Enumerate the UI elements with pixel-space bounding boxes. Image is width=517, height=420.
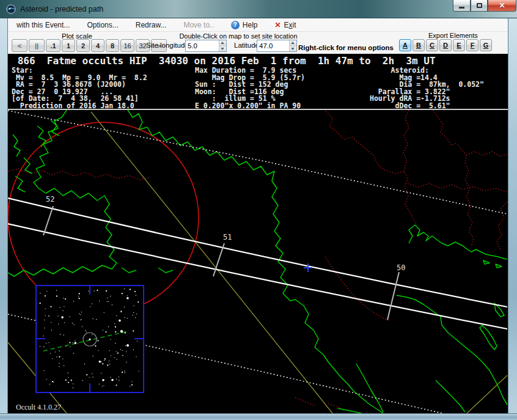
latitude-field — [257, 40, 297, 52]
spinner-down-icon — [291, 48, 295, 50]
star-info: Star: Mv = 8.5 Mp = 9.0 Mr = 8.2 RA = 7 … — [12, 67, 147, 109]
export-a-button[interactable]: A — [399, 39, 411, 51]
bright-star — [120, 330, 123, 333]
map-canvas: 52 51 50 — [8, 110, 508, 413]
target-star — [89, 338, 90, 340]
export-c-button[interactable]: C — [426, 39, 438, 51]
help-icon: ? — [231, 21, 240, 29]
maximize-button[interactable] — [471, 0, 488, 12]
plot-scale-prev-button[interactable]: < — [12, 39, 28, 52]
event-circumstances: Max Duration = 7.9 secs Mag Drop = 5.9 (… — [195, 67, 305, 109]
window-border-right — [508, 18, 517, 413]
maximize-icon — [477, 3, 482, 8]
minimize-icon — [459, 7, 464, 9]
site-longitude-spinner[interactable] — [219, 40, 226, 51]
plot-scale-2-button[interactable]: 2 — [76, 39, 90, 52]
latitude-input[interactable] — [257, 40, 289, 51]
export-f-button[interactable]: F — [466, 39, 479, 51]
plot-scale-pause-button[interactable]: || — [29, 39, 45, 52]
plot-scale-1-button[interactable]: 1 — [62, 39, 75, 52]
window-border-left — [0, 18, 8, 413]
export-buttons: A B C D E F G — [399, 39, 492, 51]
tick-label-52: 52 — [46, 195, 54, 204]
menu-bar: with this Event... Options... Redraw... … — [8, 18, 508, 32]
site-longitude-field — [185, 40, 227, 52]
spinner-up-icon — [221, 42, 224, 44]
plot-scale-4-button[interactable]: 4 — [91, 39, 105, 52]
bright-star — [127, 344, 129, 347]
toolbar: Plot scale < || .1 1 2 4 8 16 32 > Doubl… — [8, 32, 508, 54]
plot-scale-01-button[interactable]: .1 — [46, 39, 61, 52]
event-header: 866 Fatme occults HIP 34030 on 2016 Feb … — [8, 54, 508, 109]
title-bar[interactable]: Asteroid - predicted path ✕ — [0, 0, 517, 18]
right-click-hint: Right-click for menu options — [298, 44, 394, 51]
export-e-button[interactable]: E — [453, 39, 465, 51]
event-title: 866 Fatme occults HIP 34030 on 2016 Feb … — [12, 55, 436, 67]
spinner-up-icon — [291, 42, 295, 44]
asteroid-info: Asteroid: Mag =14.4 Dia = 87km, 0.052" P… — [370, 67, 484, 109]
menu-move-to: Move to.. — [175, 18, 222, 32]
plot-scale-8-button[interactable]: 8 — [106, 39, 119, 52]
exit-x-icon: ✕ — [274, 18, 280, 32]
export-b-button[interactable]: B — [413, 39, 425, 51]
export-g-button[interactable]: G — [480, 39, 492, 51]
menu-redraw[interactable]: Redraw... — [127, 18, 175, 32]
window-border-bottom — [0, 413, 517, 420]
close-icon: ✕ — [499, 1, 505, 10]
tick-label-50: 50 — [397, 263, 405, 272]
prediction-map[interactable]: 52 51 50 — [8, 110, 508, 413]
app-window: Asteroid - predicted path ✕ with this Ev… — [0, 0, 517, 420]
site-location-marker — [304, 263, 312, 272]
plot-scale-buttons: < || .1 1 2 4 8 16 32 > — [12, 39, 167, 52]
double-click-hint: Double-Click on map to set site location — [177, 32, 299, 40]
star-chart-inset — [36, 286, 144, 392]
menu-exit-label: Exit — [284, 18, 296, 32]
spinner-down-icon — [221, 48, 224, 50]
latitude-spinner[interactable] — [289, 40, 296, 51]
menu-help[interactable]: ? Help — [222, 18, 266, 32]
window-title: Asteroid - predicted path — [20, 0, 103, 18]
plot-scale-16-button[interactable]: 16 — [120, 39, 134, 52]
latitude-label: Latitude — [234, 42, 259, 49]
close-button[interactable]: ✕ — [488, 0, 516, 12]
menu-options[interactable]: Options... — [78, 18, 127, 32]
minimize-button[interactable] — [453, 0, 471, 12]
menu-exit[interactable]: ✕ Exit — [266, 18, 304, 32]
menu-with-this-event[interactable]: with this Event... — [8, 18, 78, 32]
menu-help-label: Help — [243, 18, 258, 32]
tick-label-51: 51 — [223, 233, 232, 241]
window-content: with this Event... Options... Redraw... … — [8, 18, 508, 413]
version-label: Occult 4.1.0.27 — [16, 403, 61, 412]
sun-altitude-circle — [8, 122, 199, 313]
site-longitude-label: Site longitude — [146, 42, 189, 49]
site-longitude-input[interactable] — [186, 40, 219, 51]
asteroid-globe-icon — [6, 4, 16, 14]
export-d-button[interactable]: D — [439, 39, 452, 51]
export-elements-label: Export Elements — [428, 32, 478, 39]
